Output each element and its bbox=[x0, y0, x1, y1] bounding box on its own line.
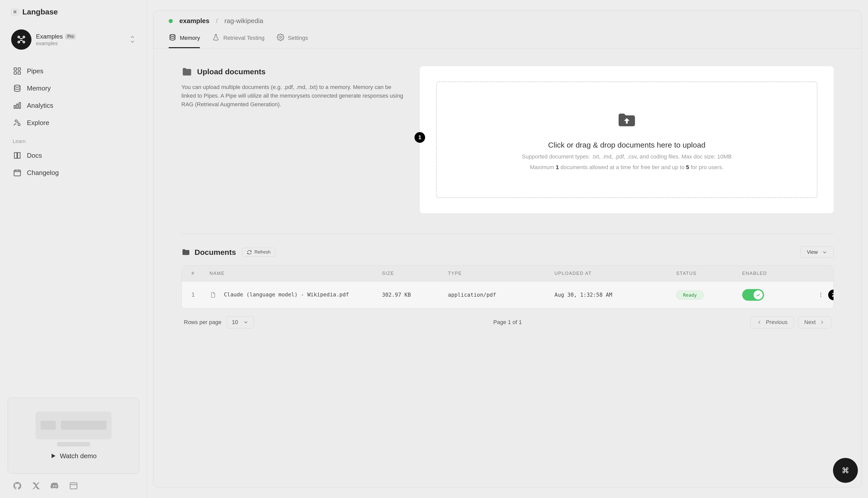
svg-rect-1 bbox=[18, 68, 21, 70]
tab-settings[interactable]: Settings bbox=[277, 34, 308, 48]
demo-thumbnail-bar bbox=[57, 442, 90, 447]
enabled-toggle[interactable] bbox=[742, 289, 764, 301]
th-type[interactable]: TYPE bbox=[443, 271, 549, 276]
page-info: Page 1 of 1 bbox=[493, 319, 522, 326]
svg-rect-0 bbox=[14, 68, 16, 70]
org-selector[interactable]: Examples Pro examples bbox=[8, 26, 139, 53]
previous-button[interactable]: Previous bbox=[750, 316, 794, 328]
dropzone-subtitle-2: Maximum 1 documents allowed at a time fo… bbox=[530, 164, 723, 171]
sidebar-item-docs[interactable]: Docs bbox=[8, 147, 139, 163]
brand[interactable]: ⌘ Langbase bbox=[8, 8, 139, 16]
sidebar-item-label: Docs bbox=[27, 152, 42, 159]
sidebar-item-changelog[interactable]: Changelog bbox=[8, 165, 139, 181]
table-row[interactable]: 1 Claude (language model) - Wikipedia.pd… bbox=[182, 281, 833, 308]
org-badge: Pro bbox=[65, 34, 76, 39]
memory-icon bbox=[13, 84, 22, 93]
sidebar-item-pipes[interactable]: Pipes bbox=[8, 63, 139, 79]
breadcrumb-project[interactable]: examples bbox=[179, 17, 209, 25]
chevron-down-icon bbox=[822, 249, 827, 255]
refresh-button[interactable]: Refresh bbox=[242, 248, 275, 257]
td-type: application/pdf bbox=[443, 292, 549, 298]
breadcrumb-page[interactable]: rag-wikipedia bbox=[224, 17, 263, 25]
svg-rect-2 bbox=[14, 72, 16, 74]
svg-point-18 bbox=[820, 293, 821, 293]
sidebar-item-label: Changelog bbox=[27, 169, 59, 177]
refresh-icon bbox=[247, 250, 252, 255]
memory-icon bbox=[169, 34, 176, 43]
discord-icon[interactable] bbox=[50, 481, 59, 490]
svg-rect-6 bbox=[16, 104, 18, 108]
td-name: Claude (language model) - Wikipedia.pdf bbox=[205, 292, 377, 298]
status-dot bbox=[169, 19, 173, 23]
annotation-pin-2: 2 bbox=[828, 290, 834, 300]
footer-social bbox=[8, 474, 139, 493]
tab-retrieval-testing[interactable]: Retrieval Testing bbox=[212, 34, 264, 48]
command-icon bbox=[16, 35, 26, 44]
pipes-icon bbox=[13, 66, 22, 76]
rows-per-page-value: 10 bbox=[232, 319, 238, 326]
docs-icon bbox=[13, 151, 22, 160]
tab-label: Settings bbox=[288, 35, 308, 41]
chevron-right-icon bbox=[819, 319, 825, 325]
th-enabled[interactable]: ENABLED bbox=[737, 271, 808, 276]
check-icon bbox=[756, 292, 761, 298]
sidebar-item-explore[interactable]: Explore bbox=[8, 115, 139, 131]
command-icon: ⌘ bbox=[842, 466, 849, 475]
rows-per-page-select[interactable]: 10 bbox=[226, 316, 254, 328]
command-fab[interactable]: ⌘ bbox=[833, 458, 858, 483]
chevron-down-icon bbox=[243, 319, 249, 325]
flask-icon bbox=[212, 34, 220, 43]
play-icon bbox=[50, 453, 57, 459]
main: examples / rag-wikipedia Memory Retrieva… bbox=[147, 0, 868, 498]
td-status: Ready bbox=[671, 291, 737, 300]
brand-icon: ⌘ bbox=[11, 9, 19, 15]
sidebar-item-label: Explore bbox=[27, 119, 49, 127]
view-button[interactable]: View bbox=[801, 247, 834, 258]
sidebar-item-label: Pipes bbox=[27, 67, 43, 75]
status-badge: Ready bbox=[676, 291, 704, 300]
next-button[interactable]: Next bbox=[798, 316, 831, 328]
upload-icon bbox=[616, 109, 638, 132]
window-icon[interactable] bbox=[69, 481, 78, 490]
more-vertical-icon bbox=[818, 292, 824, 298]
sidebar-item-memory[interactable]: Memory bbox=[8, 80, 139, 96]
td-uploaded: Aug 30, 1:32:58 AM bbox=[549, 292, 671, 298]
th-uploaded[interactable]: UPLOADED AT bbox=[549, 271, 671, 276]
svg-point-17 bbox=[280, 36, 282, 38]
rows-per-page-label: Rows per page bbox=[184, 319, 221, 326]
tabs: Memory Retrieval Testing Settings bbox=[154, 25, 861, 49]
tab-label: Retrieval Testing bbox=[223, 35, 264, 41]
tab-label: Memory bbox=[180, 35, 200, 41]
x-icon[interactable] bbox=[31, 481, 41, 490]
demo-thumbnail bbox=[36, 411, 112, 440]
th-name[interactable]: NAME bbox=[205, 271, 377, 276]
th-status[interactable]: STATUS bbox=[671, 271, 737, 276]
documents-table: # NAME SIZE TYPE UPLOADED AT STATUS ENAB… bbox=[181, 265, 834, 309]
explore-icon bbox=[13, 118, 22, 127]
th-size[interactable]: SIZE bbox=[377, 271, 443, 276]
sidebar-item-analytics[interactable]: Analytics bbox=[8, 97, 139, 114]
folder-upload-icon bbox=[181, 66, 193, 77]
gear-icon bbox=[277, 34, 284, 43]
td-enabled bbox=[737, 289, 808, 301]
dropzone-title: Click or drag & drop documents here to u… bbox=[548, 141, 705, 149]
svg-rect-10 bbox=[14, 170, 21, 176]
td-size: 302.97 KB bbox=[377, 292, 443, 298]
svg-rect-5 bbox=[14, 105, 15, 108]
dropzone-subtitle-1: Supported document types: .txt, .md, .pd… bbox=[522, 154, 731, 160]
dropzone[interactable]: 1 Click or drag & drop documents here to… bbox=[420, 66, 834, 213]
demo-card[interactable]: Watch demo bbox=[8, 397, 139, 474]
svg-point-20 bbox=[820, 296, 821, 297]
tab-memory[interactable]: Memory bbox=[169, 34, 200, 48]
refresh-label: Refresh bbox=[255, 249, 270, 255]
svg-point-16 bbox=[170, 35, 175, 37]
next-label: Next bbox=[804, 319, 816, 326]
github-icon[interactable] bbox=[13, 481, 22, 490]
view-label: View bbox=[807, 249, 818, 255]
org-slug: examples bbox=[36, 41, 125, 47]
chevron-left-icon bbox=[757, 319, 762, 325]
svg-point-8 bbox=[15, 120, 17, 122]
org-name: Examples bbox=[36, 33, 63, 40]
td-index: 1 bbox=[182, 292, 205, 298]
chevron-up-down-icon bbox=[129, 35, 136, 44]
